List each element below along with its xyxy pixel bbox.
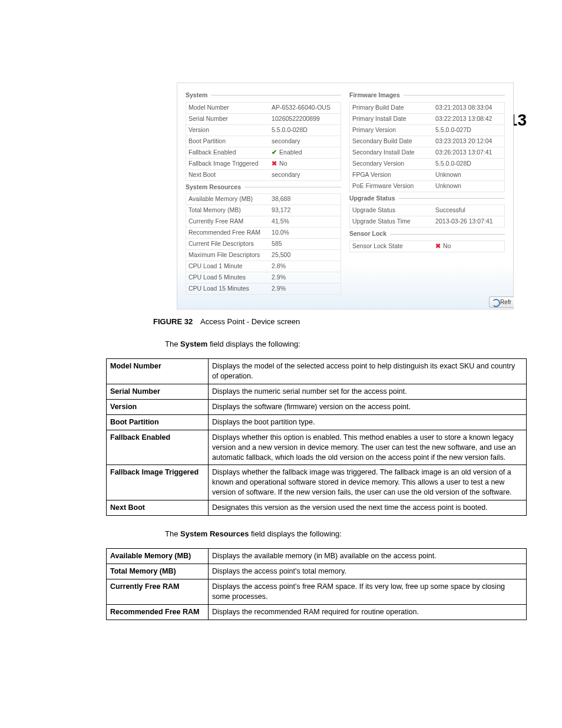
system-resources-fields-table: Available Memory (MB)Displays the availa… xyxy=(106,548,527,620)
panel-title-upgrade: Upgrade Status xyxy=(349,195,505,203)
text-bold: System Resources xyxy=(180,529,249,538)
figure-caption: FIGURE 32 Access Point - Device screen xyxy=(153,317,527,327)
kv-value: 2013-03-26 13:07:41 xyxy=(435,218,502,226)
panel-title-label: Sensor Lock xyxy=(349,230,386,238)
kv-key: CPU Load 5 Minutes xyxy=(189,274,272,282)
panel-title-label: Upgrade Status xyxy=(349,195,395,203)
kv-row: Primary Build Date03:21:2013 08:33:04 xyxy=(349,102,505,114)
divider xyxy=(244,187,341,187)
kv-row: Next Bootsecondary xyxy=(186,170,341,181)
kv-row: PoE Firmware VersionUnknown xyxy=(349,181,505,192)
panel-system-resources: Available Memory (MB)38,688Total Memory … xyxy=(186,193,341,295)
kv-key: Serial Number xyxy=(189,115,272,123)
kv-value-text: 38,688 xyxy=(272,195,290,203)
device-screen-screenshot: System Model NumberAP-6532-66040-OUSSeri… xyxy=(177,83,514,309)
intro-system: The System field displays the following: xyxy=(165,339,527,350)
kv-value-text: 5.5.0.0-028D xyxy=(435,160,471,168)
panel-upgrade-status: Upgrade StatusSuccessfulUpgrade Status T… xyxy=(349,205,505,228)
kv-value-text: Unknown xyxy=(435,182,461,190)
kv-value-text: secondary xyxy=(272,137,300,146)
kv-key: Secondary Build Date xyxy=(352,137,435,146)
kv-value: 03:23:2013 20:12:04 xyxy=(435,137,502,146)
kv-value-text: 41.5% xyxy=(272,218,289,226)
kv-row: Current File Descriptors585 xyxy=(186,239,341,250)
kv-key: Boot Partition xyxy=(189,137,272,146)
kv-row: Fallback Image Triggered✖No xyxy=(186,159,341,170)
panel-title-system: System xyxy=(186,91,341,100)
term-cell: Version xyxy=(107,400,209,415)
panel-title-system-resources: System Resources xyxy=(186,183,341,192)
kv-row: Upgrade Status Time2013-03-26 13:07:41 xyxy=(349,216,505,228)
panel-title-label: System Resources xyxy=(186,183,241,192)
kv-value-text: 5.5.0.0-027D xyxy=(435,126,471,134)
table-row: Recommended Free RAMDisplays the recomme… xyxy=(107,604,527,620)
kv-row: Upgrade StatusSuccessful xyxy=(349,205,505,216)
kv-value-text: 5.5.0.0-028D xyxy=(272,126,308,134)
kv-value-text: AP-6532-66040-OUS xyxy=(272,104,330,112)
kv-value-text: 03:23:2013 20:12:04 xyxy=(435,137,492,146)
kv-row: Maximum File Descriptors25,500 xyxy=(186,250,341,261)
kv-key: FPGA Version xyxy=(352,171,435,179)
kv-value: 38,688 xyxy=(272,195,338,203)
kv-key: Total Memory (MB) xyxy=(189,206,272,215)
kv-value: 2.8% xyxy=(272,262,338,271)
kv-value: ✔Enabled xyxy=(272,149,338,157)
panel-title-firmware: Firmware Images xyxy=(349,91,505,100)
system-fields-table: Model NumberDisplays the model of the se… xyxy=(106,358,527,516)
table-row: Fallback Image TriggeredDisplays whether… xyxy=(107,465,527,500)
desc-cell: Displays the available memory (in MB) av… xyxy=(209,549,527,564)
kv-value-text: Successful xyxy=(435,206,465,215)
figure-title: Access Point - Device screen xyxy=(200,317,300,326)
term-cell: Model Number xyxy=(107,359,209,384)
kv-value-text: 93,172 xyxy=(272,206,290,215)
kv-value-text: secondary xyxy=(272,171,300,179)
desc-cell: Displays the software (firmware) version… xyxy=(209,400,527,415)
kv-value: 585 xyxy=(272,240,338,248)
cross-icon: ✖ xyxy=(272,160,277,168)
kv-value: 10260522200899 xyxy=(272,115,338,123)
kv-value-text: 2013-03-26 13:07:41 xyxy=(435,218,493,226)
term-cell: Total Memory (MB) xyxy=(107,564,209,579)
kv-key: Current File Descriptors xyxy=(189,240,272,248)
kv-row: Total Memory (MB)93,172 xyxy=(186,205,341,216)
divider xyxy=(399,198,505,199)
table-row: Fallback EnabledDisplays whether this op… xyxy=(107,430,527,465)
kv-value: 03:21:2013 08:33:04 xyxy=(435,104,502,112)
term-cell: Fallback Enabled xyxy=(107,430,209,465)
kv-value-text: Enabled xyxy=(279,149,302,157)
figure-label: FIGURE 32 xyxy=(153,317,193,326)
kv-value: AP-6532-66040-OUS xyxy=(272,104,338,112)
kv-value-text: 03:21:2013 08:33:04 xyxy=(435,104,492,112)
table-row: Available Memory (MB)Displays the availa… xyxy=(107,549,527,564)
kv-value: ✖No xyxy=(272,160,338,168)
term-cell: Next Boot xyxy=(107,500,209,516)
panel-system: Model NumberAP-6532-66040-OUSSerial Numb… xyxy=(186,102,341,181)
kv-value-text: 585 xyxy=(272,240,282,248)
term-cell: Fallback Image Triggered xyxy=(107,465,209,500)
desc-cell: Displays the access point's total memory… xyxy=(209,564,527,579)
kv-value: ✖No xyxy=(435,242,502,251)
kv-row: CPU Load 1 Minute2.8% xyxy=(186,261,341,272)
divider xyxy=(390,234,505,235)
kv-key: Upgrade Status xyxy=(352,206,435,215)
refresh-button[interactable]: Refr xyxy=(489,297,514,308)
divider xyxy=(211,95,341,95)
panel-title-label: Firmware Images xyxy=(349,91,400,100)
desc-cell: Displays the access point's free RAM spa… xyxy=(209,579,527,605)
kv-row: Available Memory (MB)38,688 xyxy=(186,193,341,205)
panel-firmware-images: Primary Build Date03:21:2013 08:33:04Pri… xyxy=(349,102,505,192)
kv-row: Currently Free RAM41.5% xyxy=(186,216,341,228)
table-row: Model NumberDisplays the model of the se… xyxy=(107,359,527,384)
panel-title-label: System xyxy=(186,91,207,100)
kv-value-text: 2.8% xyxy=(272,262,286,271)
kv-value: 25,500 xyxy=(272,251,338,259)
kv-value: 10.0% xyxy=(272,229,338,237)
kv-row: Version5.5.0.0-028D xyxy=(186,125,341,136)
kv-key: Currently Free RAM xyxy=(189,218,272,226)
term-cell: Boot Partition xyxy=(107,414,209,430)
kv-key: Upgrade Status Time xyxy=(352,218,435,226)
text: field displays the following: xyxy=(249,529,342,538)
kv-key: Version xyxy=(189,126,272,134)
kv-key: PoE Firmware Version xyxy=(352,182,435,190)
kv-row: Fallback Enabled✔Enabled xyxy=(186,147,341,159)
